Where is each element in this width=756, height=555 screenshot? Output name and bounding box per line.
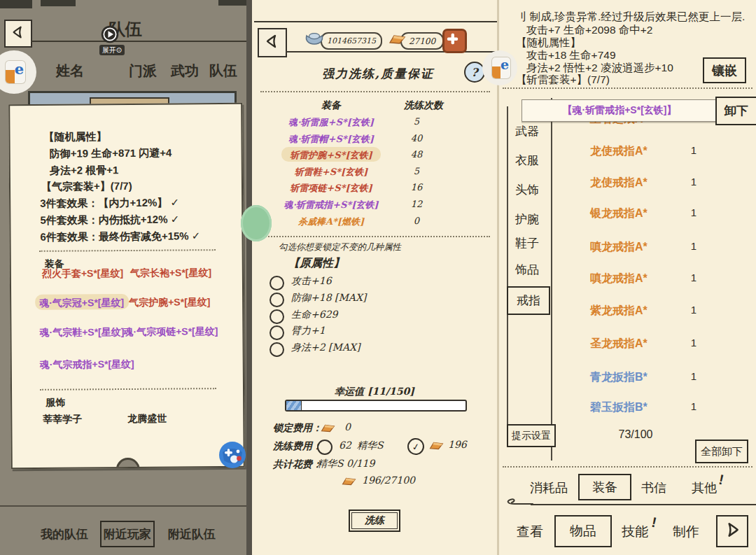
- attr-radio-3[interactable]: [270, 325, 284, 340]
- column-header-wash-count: 洗练次数: [392, 99, 455, 112]
- essence-cost-radio[interactable]: [317, 440, 332, 455]
- inventory-item[interactable]: 青龙扳指B*: [590, 370, 648, 385]
- equip-item[interactable]: 魂·气宗项链+S*[星纹]: [123, 325, 218, 339]
- card-notch: [116, 458, 140, 469]
- tab-items-selected[interactable]: 物品: [554, 515, 612, 547]
- item-desc-line: 刂 制成,珍贵异常.经过升级后效果已然更上一层.: [516, 10, 745, 24]
- tab-sect[interactable]: 门派: [129, 62, 157, 80]
- inlay-button[interactable]: 镶嵌: [703, 57, 746, 83]
- category-clothes[interactable]: 衣服: [510, 153, 545, 169]
- tab-equipment-selected[interactable]: 装备: [578, 474, 631, 500]
- luck-progress-bar: [285, 400, 467, 412]
- attr-radio-4[interactable]: [270, 342, 284, 357]
- wash-row-name[interactable]: 魂·斩雷帽+S*[玄铁]: [279, 133, 384, 146]
- category-headwear[interactable]: 头饰: [510, 182, 545, 198]
- total-essence-value: 精华S 0/119: [317, 458, 374, 470]
- tab-martial[interactable]: 武功: [171, 62, 199, 80]
- inventory-item[interactable]: 紫龙戒指A*: [590, 304, 648, 318]
- back-button[interactable]: [4, 20, 32, 48]
- wash-row-count: 0: [396, 216, 438, 226]
- collapse-button[interactable]: [716, 515, 748, 547]
- bottom-tab-nearby-teams[interactable]: 附近队伍: [168, 526, 216, 542]
- item-count: 1: [687, 337, 701, 349]
- category-accessory[interactable]: 饰品: [510, 262, 545, 278]
- panel-top-line: [254, 21, 498, 22]
- wash-row-name[interactable]: 杀威棒A*[燃铁]: [279, 216, 384, 228]
- inventory-item[interactable]: 碧玉扳指B*: [590, 400, 648, 415]
- equip-item[interactable]: 烈火手套+S*[星纹]: [42, 267, 123, 281]
- screenshot-tool-badge[interactable]: [241, 205, 272, 241]
- gold-bar-icon: [428, 440, 444, 451]
- squiggle-divider: [500, 497, 536, 508]
- unequip-all-button[interactable]: 全部卸下: [695, 440, 748, 463]
- game-assistant-float-button[interactable]: [218, 441, 246, 469]
- tip-settings-button[interactable]: 提示设置: [507, 424, 556, 447]
- inventory-item[interactable]: 银龙戒指A*: [590, 206, 648, 221]
- lock-hint: 勾选你想要锁定不变的几种属性: [279, 241, 401, 253]
- wash-row-name[interactable]: 斩雷护腕+S*[玄铁]: [279, 149, 384, 162]
- luck-progress-fill: [286, 401, 302, 410]
- column-header-equipment: 装备: [279, 99, 384, 112]
- panel-separator-1: [246, 0, 252, 555]
- category-ring-selected[interactable]: 戒指: [507, 286, 550, 315]
- inventory-item[interactable]: 圣龙戒指A*: [590, 337, 648, 351]
- inventory-item[interactable]: 龙使戒指A*: [590, 144, 648, 159]
- wash-row-count: 48: [396, 149, 438, 160]
- inventory-item[interactable]: 嗔龙戒指A*: [590, 272, 648, 286]
- costume-item[interactable]: 龙腾盛世: [127, 413, 167, 426]
- play-button[interactable]: [101, 25, 119, 43]
- e-browser-icon: e: [492, 57, 510, 78]
- bottom-tab-my-team[interactable]: 我的队伍: [41, 526, 88, 542]
- add-currency-button[interactable]: [442, 29, 467, 53]
- costume-item[interactable]: 莘莘学子: [43, 413, 82, 426]
- tab-letters[interactable]: 书信: [641, 479, 666, 496]
- category-weapon[interactable]: 武器: [510, 123, 545, 139]
- equip-item[interactable]: 气宗护腕+S*[星纹]: [129, 296, 210, 309]
- attr-radio-0[interactable]: [270, 276, 284, 290]
- attr-radio-2[interactable]: [270, 309, 284, 324]
- wash-row-count: 40: [396, 133, 438, 143]
- tab-team[interactable]: 队伍: [209, 62, 237, 80]
- panel-title: 强力洗练,质量保证: [294, 66, 462, 82]
- equip-item[interactable]: 魂·气宗戒指+S*[星纹]: [40, 358, 134, 372]
- divider-1: [503, 87, 752, 89]
- tab-skills[interactable]: 技能: [622, 523, 648, 541]
- item-count: 1: [687, 176, 701, 188]
- tab-view[interactable]: 查看: [517, 523, 543, 541]
- equip-item[interactable]: 气宗长袍+S*[星纹]: [130, 267, 211, 280]
- wash-row-name[interactable]: 魂·斩雷服+S*[玄铁]: [279, 116, 384, 129]
- attr-radio-1[interactable]: [270, 293, 284, 307]
- header-divider: [31, 41, 246, 42]
- equip-item[interactable]: 魂·气宗鞋+S*[星纹]: [39, 326, 124, 339]
- expand-badge[interactable]: 展开⊙: [99, 45, 125, 55]
- back-button[interactable]: [258, 28, 287, 57]
- wash-row-name[interactable]: 斩雷鞋+S*[玄铁]: [279, 166, 384, 178]
- wash-button[interactable]: 洗练: [349, 510, 400, 532]
- stat-line-2: 身法+2 根骨+1: [50, 164, 119, 178]
- notification-mark: !: [650, 514, 658, 531]
- wash-row-count: 12: [396, 199, 438, 209]
- tab-consumables[interactable]: 消耗品: [530, 479, 568, 496]
- wash-row-name[interactable]: 魂·斩雷戒指+S*[玄铁]: [279, 199, 384, 211]
- item-count: 1: [687, 206, 701, 218]
- tab-others[interactable]: 其他: [692, 479, 717, 496]
- equipped-item-bar[interactable]: 【魂·斩雷戒指+S*[玄铁]】: [522, 99, 718, 122]
- divider-1: [260, 91, 490, 92]
- unequip-button[interactable]: 卸下: [715, 97, 756, 125]
- inventory-item[interactable]: 龙使戒指A*: [590, 176, 648, 190]
- essence-cost-value: 62: [339, 440, 351, 451]
- total-cost-label: 共计花费：: [273, 458, 322, 471]
- gold-bar-icon: [341, 475, 356, 487]
- category-shoes[interactable]: 鞋子: [510, 235, 545, 251]
- gold-cost-checkbox[interactable]: ✓: [406, 437, 425, 456]
- tab-craft[interactable]: 制作: [673, 523, 699, 541]
- notification-mark: !: [718, 472, 725, 489]
- category-bracers[interactable]: 护腕: [510, 211, 545, 227]
- bottom-tab-nearby-players[interactable]: 附近玩家: [100, 521, 155, 547]
- inventory-item[interactable]: 嗔龙戒指A*: [590, 240, 648, 255]
- wash-row-name[interactable]: 斩雷项链+S*[玄铁]: [279, 182, 384, 195]
- tab-name[interactable]: 姓名: [56, 62, 84, 80]
- equip-item[interactable]: 魂·气宗冠+S*[星纹]: [39, 297, 124, 310]
- edge-widget[interactable]: e: [482, 50, 517, 85]
- edge-widget[interactable]: e: [0, 50, 36, 94]
